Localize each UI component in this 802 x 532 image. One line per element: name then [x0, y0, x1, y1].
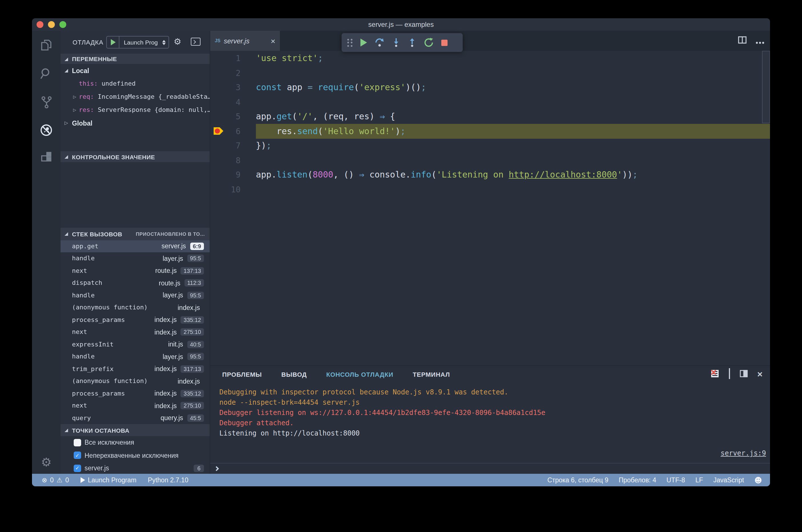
- code-line[interactable]: 9 app.listen(8000, () ⇒ console.info('Li…: [210, 168, 770, 182]
- breakpoint-server-js[interactable]: ✓ server.js 6: [60, 462, 209, 474]
- code-line[interactable]: 7 });: [210, 138, 770, 153]
- frame-location-badge: 95:5: [187, 255, 204, 262]
- code-line[interactable]: 5 app.get('/', (req, res) ⇒ {: [210, 109, 770, 124]
- code-line[interactable]: 10: [210, 182, 770, 197]
- code-line[interactable]: 3 const app = require('express')();: [210, 80, 770, 95]
- clear-console-icon[interactable]: [710, 369, 719, 380]
- code-line[interactable]: 2: [210, 65, 770, 80]
- line-number[interactable]: 10: [210, 185, 240, 194]
- problems-status[interactable]: ⊗ 0 ⚠ 0: [42, 476, 69, 484]
- close-tab-icon[interactable]: ×: [271, 37, 275, 45]
- call-stack-frame[interactable]: process_params index.js 335:12: [60, 387, 209, 400]
- indentation-status[interactable]: Пробелов: 4: [619, 477, 656, 483]
- debug-toolbar[interactable]: [342, 33, 463, 52]
- start-debug-icon[interactable]: [107, 37, 120, 48]
- call-stack-frame[interactable]: next route.js 137:13: [60, 265, 209, 277]
- twistie-collapsed-icon[interactable]: ▷: [73, 108, 79, 112]
- scope-global-row[interactable]: ▷ Global: [60, 116, 209, 130]
- checkbox-unchecked[interactable]: [74, 439, 81, 446]
- activity-bar: ⚙: [32, 31, 60, 474]
- code-line[interactable]: 4: [210, 95, 770, 109]
- close-panel-icon[interactable]: ×: [757, 370, 763, 379]
- step-out-icon[interactable]: [407, 38, 416, 48]
- call-stack-frame[interactable]: (anonymous function) index.js: [60, 301, 209, 314]
- tab-terminal[interactable]: ТЕРМИНАЛ: [413, 371, 450, 378]
- cursor-position-status[interactable]: Строка 6, столбец 9: [548, 477, 609, 483]
- call-stack-frame[interactable]: (anonymous function) index.js: [60, 375, 209, 387]
- split-editor-icon[interactable]: [738, 36, 747, 46]
- restart-icon[interactable]: [423, 38, 433, 48]
- line-number[interactable]: 3: [210, 83, 240, 92]
- editor-scrollbar[interactable]: [762, 51, 770, 123]
- call-stack-frame[interactable]: dispatch route.js 112:3: [60, 277, 209, 289]
- breakpoint-all-exceptions[interactable]: Все исключения: [60, 436, 209, 449]
- variable-req-row[interactable]: ▷ req: IncomingMessage {_readableSta…: [60, 90, 209, 103]
- breakpoints-section-header[interactable]: ◢ ТОЧКИ ОСТАНОВА: [60, 424, 209, 436]
- stop-icon[interactable]: [441, 39, 448, 46]
- title-bar[interactable]: server.js — examples: [32, 18, 770, 31]
- source-control-icon[interactable]: [32, 93, 60, 112]
- call-stack-frame[interactable]: handle layer.js 95:5: [60, 289, 209, 301]
- call-stack-frame[interactable]: expressInit init.js 40:5: [60, 338, 209, 350]
- variable-this-row[interactable]: this: undefined: [60, 77, 209, 90]
- line-number[interactable]: 8: [210, 156, 240, 165]
- line-number[interactable]: 1: [210, 54, 240, 63]
- call-stack-frame[interactable]: query query.js 45:5: [60, 412, 209, 424]
- explorer-icon[interactable]: [32, 35, 60, 55]
- step-over-icon[interactable]: [375, 38, 384, 48]
- search-icon[interactable]: [32, 64, 60, 83]
- tab-output[interactable]: ВЫВОД: [281, 371, 307, 378]
- twistie-collapsed-icon[interactable]: ▷: [73, 94, 79, 99]
- eol-status[interactable]: LF: [695, 477, 703, 483]
- tab-problems[interactable]: ПРОБЛЕМЫ: [222, 371, 262, 378]
- code-line[interactable]: 1 'use strict';: [210, 51, 770, 65]
- continue-icon[interactable]: [360, 38, 367, 47]
- source-location-link[interactable]: server.js:9: [721, 449, 766, 457]
- line-number[interactable]: 5: [210, 112, 240, 121]
- split-panel-icon[interactable]: [740, 369, 747, 380]
- tab-debug-console[interactable]: КОНСОЛЬ ОТЛАДКИ: [326, 371, 393, 378]
- settings-gear-icon[interactable]: ⚙: [32, 456, 60, 469]
- checkbox-checked[interactable]: ✓: [74, 464, 81, 472]
- python-version-status[interactable]: Python 2.7.10: [148, 477, 188, 483]
- call-stack-frame[interactable]: handle layer.js 95:5: [60, 252, 209, 265]
- debug-console-toggle-icon[interactable]: [191, 38, 200, 46]
- debug-icon[interactable]: [32, 120, 60, 140]
- extensions-icon[interactable]: [32, 147, 60, 167]
- variables-section-header[interactable]: ◢ ПЕРЕМЕННЫЕ: [60, 54, 209, 64]
- toolbar-drag-handle-icon[interactable]: [347, 39, 352, 46]
- zoom-window-button[interactable]: [59, 21, 66, 28]
- call-stack-frame[interactable]: app.get server.js 6:9: [60, 240, 209, 252]
- debug-console-input[interactable]: [210, 463, 770, 474]
- more-actions-icon[interactable]: [756, 36, 764, 46]
- configure-gear-icon[interactable]: ⚙: [174, 33, 181, 50]
- call-stack-frame[interactable]: next index.js 275:10: [60, 400, 209, 412]
- line-number[interactable]: 9: [210, 170, 240, 179]
- minimize-window-button[interactable]: [48, 21, 55, 28]
- code-editor[interactable]: 1 'use strict'; 2 3 const app = require(…: [210, 51, 770, 365]
- call-stack-frame[interactable]: next index.js 275:10: [60, 326, 209, 338]
- launch-program-status[interactable]: Launch Program: [80, 477, 136, 483]
- close-window-button[interactable]: [37, 21, 43, 28]
- step-into-icon[interactable]: [391, 38, 400, 48]
- scope-local-row[interactable]: ◢ Local: [60, 64, 209, 77]
- call-stack-section-header[interactable]: ◢ СТЕК ВЫЗОВОВ ПРИОСТАНОВЛЕНО В ТО…: [60, 227, 209, 240]
- line-number[interactable]: 7: [210, 141, 240, 150]
- line-number[interactable]: 2: [210, 69, 240, 78]
- code-line[interactable]: 8: [210, 153, 770, 168]
- language-mode-status[interactable]: JavaScript: [713, 477, 744, 483]
- launch-config-dropdown[interactable]: Launch Prog: [106, 36, 169, 49]
- call-stack-frame[interactable]: handle layer.js 95:5: [60, 350, 209, 363]
- maximize-panel-icon[interactable]: [729, 369, 730, 380]
- encoding-status[interactable]: UTF-8: [666, 477, 685, 483]
- tab-server-js[interactable]: JS server.js ×: [210, 31, 280, 51]
- code-line-current[interactable]: 6 res.send('Hello world!');: [210, 124, 770, 138]
- call-stack-frame[interactable]: process_params index.js 335:12: [60, 314, 209, 326]
- variable-res-row[interactable]: ▷ res: ServerResponse {domain: null,…: [60, 103, 209, 116]
- call-stack-frame[interactable]: trim_prefix index.js 317:13: [60, 363, 209, 375]
- breakpoint-uncaught-exceptions[interactable]: ✓ Неперехваченные исключения: [60, 449, 209, 462]
- line-number[interactable]: 4: [210, 98, 240, 107]
- watch-section-header[interactable]: ◢ КОНТРОЛЬНОЕ ЗНАЧЕНИЕ: [60, 151, 209, 162]
- checkbox-checked[interactable]: ✓: [74, 452, 81, 459]
- feedback-smiley-icon[interactable]: ☻: [754, 476, 762, 484]
